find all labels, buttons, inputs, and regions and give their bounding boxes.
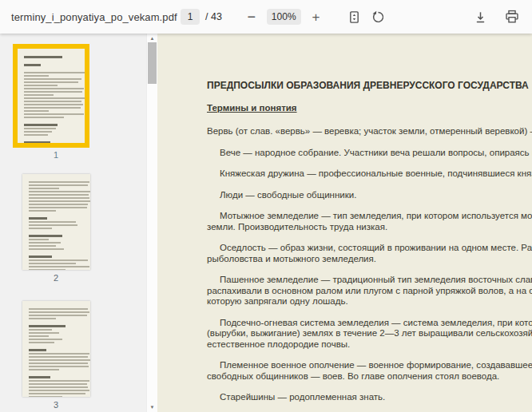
document-line: (вырубки, выжигание) землях в течение 2—… bbox=[207, 328, 532, 339]
document-paragraph: Старейшины — родоплеменная знать. bbox=[207, 392, 532, 403]
thumbnail-text-line bbox=[29, 197, 90, 199]
thumbnail-text-line bbox=[24, 94, 54, 96]
download-button[interactable] bbox=[470, 6, 490, 27]
thumbnail-text-line bbox=[24, 81, 79, 83]
thumbnail-text-line bbox=[29, 184, 89, 186]
thumbnail-page-3[interactable] bbox=[22, 301, 90, 397]
document-filename: terminy_i_ponyatiya_po_vekam.pdf bbox=[11, 0, 177, 34]
thumbnail-text-line bbox=[29, 390, 90, 391]
document-paragraph: Пашенное земледелие — традиционный тип з… bbox=[207, 275, 532, 307]
thumbnail-text-line bbox=[29, 318, 56, 319]
thumbnail-text-line bbox=[24, 117, 64, 118]
pdf-viewer-window: { "toolbar": { "filename": "terminy_i_po… bbox=[0, 0, 532, 412]
sidebar-scrollbar[interactable]: ▲ ▼ bbox=[146, 34, 157, 412]
thumbnail-text-line bbox=[24, 124, 58, 126]
thumbnail-text-line bbox=[29, 369, 59, 370]
thumbnail-text-line bbox=[24, 75, 50, 77]
document-paragraph: Мотыжное земледелие — тип земледелия, пр… bbox=[207, 211, 532, 232]
thumbnail-text-line bbox=[24, 72, 85, 73]
document-content: ПРЕДПОСЫЛКИ ОБРАЗОВАНИЯ ДРЕВНЕРУССКОГО Г… bbox=[157, 34, 532, 412]
thumbnail-text-line bbox=[29, 383, 87, 385]
thumbnail-text-line bbox=[29, 393, 85, 394]
document-line: Подсечно-огневая система земледелия — си… bbox=[207, 318, 532, 329]
thumbnail-text-line bbox=[24, 110, 50, 112]
thumbnail-text-line bbox=[29, 386, 89, 388]
pdf-toolbar: terminy_i_ponyatiya_po_vekam.pdf 1 / 43 … bbox=[0, 0, 532, 34]
page-count-label: / 43 bbox=[205, 11, 222, 22]
thumbnail-text-line bbox=[29, 263, 77, 264]
document-paragraph: Люди — свободные общинники. bbox=[207, 190, 532, 201]
document-page[interactable]: ПРЕДПОСЫЛКИ ОБРАЗОВАНИЯ ДРЕВНЕРУССКОГО Г… bbox=[157, 34, 532, 412]
thumbnail-text-line bbox=[29, 217, 48, 220]
print-button[interactable] bbox=[502, 6, 522, 27]
fit-to-page-button[interactable] bbox=[344, 6, 365, 27]
thumbnail-text-line bbox=[29, 248, 64, 250]
thumbnail-text-line bbox=[29, 329, 53, 331]
thumbnail-text-line bbox=[29, 269, 66, 270]
thumbnail-text-line bbox=[24, 97, 85, 99]
thumbnail-text-line bbox=[29, 210, 56, 212]
thumbnail-text-line bbox=[24, 91, 83, 93]
thumbnail-text-line bbox=[29, 332, 59, 334]
thumbnail-text-line bbox=[29, 188, 59, 189]
thumbnail-text-line bbox=[29, 315, 87, 316]
thumbnail-label-2: 2 bbox=[0, 273, 112, 283]
thumbnail-text-line bbox=[29, 359, 90, 361]
thumbnail-label-1: 1 bbox=[0, 150, 112, 160]
document-line: рыболовства и мотыжного земледелия. bbox=[207, 254, 532, 265]
document-paragraph: Оседлость — образ жизни, состоящий в про… bbox=[207, 243, 532, 264]
document-line: естественное плодородие почвы. bbox=[207, 339, 532, 351]
thumbnail-text-line bbox=[24, 104, 84, 105]
thumbnail-text-line bbox=[24, 131, 52, 133]
document-paragraph: Вече — народное собрание. Участники веча… bbox=[207, 148, 532, 159]
thumbnail-page-1-preview bbox=[18, 49, 85, 143]
thumbnail-text-line bbox=[24, 56, 63, 58]
page-number-input[interactable]: 1 bbox=[181, 9, 200, 25]
thumbnail-sidebar: 1 2 3 bbox=[0, 34, 146, 412]
thumbnail-text-line bbox=[29, 194, 89, 196]
thumbnail-text-line bbox=[29, 362, 88, 364]
document-line: Племенное военное ополчение — военное фо… bbox=[207, 360, 532, 371]
printer-icon bbox=[505, 10, 519, 24]
thumbnail-text-line bbox=[29, 207, 87, 208]
thumbnail-text-line bbox=[29, 349, 46, 351]
thumbnail-text-line bbox=[29, 376, 50, 378]
thumbnail-text-line bbox=[24, 141, 51, 143]
thumbnail-text-line bbox=[29, 256, 52, 258]
thumbnail-text-line bbox=[24, 85, 58, 86]
thumbnail-page-2[interactable] bbox=[22, 174, 90, 270]
zoom-level-input[interactable]: 100% bbox=[267, 9, 301, 25]
thumbnail-text-line bbox=[29, 308, 89, 310]
document-body: Вервь (от слав. «вервь» — веревка; участ… bbox=[207, 126, 532, 403]
thumbnail-text-line bbox=[24, 64, 42, 66]
thumbnail-text-line bbox=[24, 113, 85, 115]
sidebar-scrollbar-thumb[interactable] bbox=[148, 42, 157, 84]
thumbnail-text-line bbox=[29, 396, 63, 397]
thumbnail-text-line bbox=[29, 353, 90, 355]
document-line: Княжеская дружина — профессиональные вое… bbox=[207, 168, 532, 180]
document-paragraph: Вервь (от слав. «вервь» — веревка; участ… bbox=[207, 126, 532, 137]
thumbnail-text-line bbox=[29, 221, 77, 223]
document-line: Вече — народное собрание. Участники веча… bbox=[207, 148, 532, 159]
thumbnail-text-line bbox=[29, 228, 53, 229]
document-line: которую запрягали одну лошадь. bbox=[207, 296, 532, 307]
thumbnail-text-line bbox=[29, 366, 89, 367]
toolbar-center-controls: 1 / 43 − 100% + bbox=[181, 0, 389, 34]
thumbnail-text-line bbox=[29, 191, 90, 192]
toolbar-right-controls bbox=[470, 0, 522, 34]
thumbnail-text-line bbox=[29, 356, 89, 358]
thumbnail-text-line bbox=[29, 204, 89, 205]
thumbnail-text-line bbox=[29, 266, 90, 267]
thumbnail-text-line bbox=[29, 224, 77, 226]
thumbnail-text-line bbox=[29, 325, 66, 327]
document-line: Люди — свободные общинники. bbox=[207, 190, 532, 201]
thumbnail-text-line bbox=[24, 128, 56, 129]
thumbnail-page-2-preview bbox=[22, 174, 90, 270]
zoom-in-button[interactable]: + bbox=[306, 6, 327, 27]
scroll-up-arrow-icon[interactable]: ▲ bbox=[147, 34, 157, 42]
scroll-down-arrow-icon[interactable]: ▼ bbox=[147, 403, 157, 411]
thumbnail-text-line bbox=[29, 181, 90, 183]
thumbnail-page-1[interactable] bbox=[13, 44, 89, 148]
zoom-out-button[interactable]: − bbox=[241, 6, 262, 27]
rotate-button[interactable] bbox=[368, 6, 389, 27]
